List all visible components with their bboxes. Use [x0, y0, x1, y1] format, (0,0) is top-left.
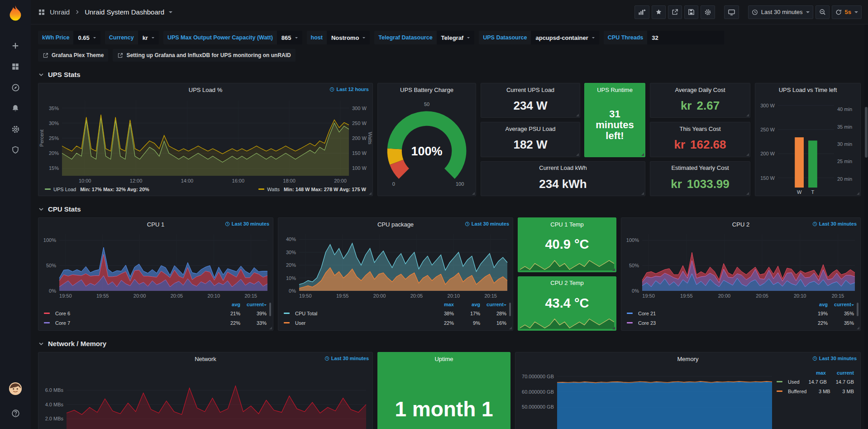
star-dashboard-button[interactable]	[652, 5, 666, 19]
ups-load-vs-time-chart[interactable]: 150 W200 W250 W300 W20 min25 min30 min35…	[755, 96, 860, 196]
svg-text:150 W: 150 W	[352, 150, 367, 156]
clock-icon	[465, 222, 470, 227]
section-ups-stats[interactable]: UPS Stats	[38, 71, 861, 78]
legend-sort-avg[interactable]: avg	[214, 302, 240, 307]
legend-sort-avg[interactable]: avg	[801, 302, 828, 307]
breadcrumb-app[interactable]: Unraid	[50, 8, 70, 16]
variable-value-dropdown[interactable]: 865	[277, 31, 302, 44]
legend-item-watts[interactable]: Watts Min: 148 W Max: 278 W Avg: 175 W	[258, 187, 366, 192]
dashboard-link-plex-theme[interactable]: Grafana Plex Theme	[38, 49, 108, 62]
panel-title[interactable]: CPU 2	[732, 221, 749, 228]
panel-title[interactable]: Estimated Yearly Cost	[671, 164, 729, 171]
time-range-override[interactable]: Last 30 minutes	[465, 221, 509, 227]
series-color-swatch	[44, 322, 50, 323]
cycle-view-mode-button[interactable]	[724, 5, 739, 19]
legend-sort-max[interactable]: max	[428, 302, 454, 307]
variable-value-dropdown[interactable]: 0.65	[73, 31, 100, 44]
panel-title[interactable]: UPS Load %	[189, 87, 222, 93]
panel-title[interactable]: Memory	[677, 356, 699, 362]
caret-down-icon	[592, 37, 595, 39]
variable-value-input[interactable]: 32	[647, 31, 724, 44]
sidebar-explore-button[interactable]	[5, 77, 26, 98]
legend-row-user[interactable]: User 22%9%16%	[284, 318, 506, 328]
legend-sort-current[interactable]: current	[826, 370, 854, 376]
sidebar-create-button[interactable]	[5, 35, 26, 56]
section-cpu-stats[interactable]: CPU Stats	[38, 205, 861, 213]
cpu2-chart[interactable]: 0%50%100%19:5019:5520:0020:0520:1020:15	[621, 231, 860, 300]
grafana-logo[interactable]	[6, 5, 24, 23]
svg-text:25%: 25%	[49, 135, 59, 141]
panel-title[interactable]: CPU 1	[147, 221, 164, 228]
legend-row-core21[interactable]: Core 21 19%35%	[627, 308, 854, 318]
panel-title[interactable]: Average PSU Load	[505, 125, 555, 132]
section-network-memory[interactable]: Network / Memory	[38, 340, 861, 347]
battery-gauge[interactable]: 050100100%	[378, 96, 476, 196]
svg-text:50%: 50%	[629, 263, 639, 268]
sidebar-dashboards-button[interactable]	[5, 56, 26, 77]
zoom-out-time-button[interactable]	[816, 5, 830, 19]
ups-load-chart[interactable]: 15%20%25%30%35%100 W150 W200 W250 W300 W…	[38, 96, 372, 185]
time-range-override[interactable]: Last 12 hours	[329, 87, 369, 92]
sidebar-server-admin-button[interactable]	[5, 140, 26, 160]
dashboard-settings-button[interactable]	[701, 5, 715, 19]
sidebar-alerting-button[interactable]	[5, 98, 26, 119]
panel-title[interactable]: UPS Load vs Time left	[779, 87, 837, 93]
cpu-package-chart[interactable]: 0%10%20%30%40%19:5019:5520:0020:0520:102…	[278, 231, 513, 300]
panel-title[interactable]: UPS Battery Charge	[400, 87, 453, 93]
save-dashboard-button[interactable]	[684, 5, 698, 19]
legend-sort-current[interactable]: current	[240, 302, 267, 307]
panel-title[interactable]: This Years Cost	[679, 125, 720, 132]
legend-row-cpu-total[interactable]: CPU Total 38%17%28%	[284, 308, 506, 318]
network-chart[interactable]: 2.0 MBs4.0 MBs6.0 MBs	[38, 365, 372, 429]
panel-title[interactable]: Current Load kWh	[539, 164, 587, 171]
legend-sort-max[interactable]: max	[798, 370, 826, 376]
legend-scrollbar[interactable]	[509, 303, 511, 316]
time-range-override[interactable]: Last 30 minutes	[812, 356, 857, 361]
help-button[interactable]	[5, 403, 26, 424]
variable-value-dropdown[interactable]: apcupsd-container	[531, 31, 599, 44]
series-color-swatch	[627, 322, 633, 323]
panel-title[interactable]: Average Daily Cost	[675, 87, 725, 93]
share-dashboard-button[interactable]	[668, 5, 682, 19]
panel-title[interactable]: CPU package	[377, 221, 414, 228]
legend-row-core7[interactable]: Core 7 22%33%	[44, 318, 267, 328]
legend-item-ups-load[interactable]: UPS Load Min: 17% Max: 32% Avg: 20%	[45, 187, 149, 192]
add-panel-button[interactable]	[634, 5, 649, 19]
legend-scrollbar[interactable]	[857, 303, 858, 316]
panel-title[interactable]: CPU 1 Temp	[550, 221, 583, 228]
panel-title[interactable]: CPU 2 Temp	[550, 280, 583, 286]
legend-row-core23[interactable]: Core 23 22%35%	[627, 318, 854, 328]
variable-value-dropdown[interactable]: Nostromo	[327, 31, 370, 44]
svg-text:200 W: 200 W	[352, 135, 367, 141]
user-avatar[interactable]	[5, 378, 26, 399]
panel-title[interactable]: UPS Runtime	[597, 87, 633, 93]
variable-value-dropdown[interactable]: Telegraf	[437, 31, 475, 44]
panel-title[interactable]: Network	[195, 356, 216, 362]
page-scrollbar[interactable]	[864, 24, 868, 429]
dashboard-link-ups-guide[interactable]: Setting up Grafana and InfluxDB for UPS …	[113, 49, 295, 62]
legend-sort-current[interactable]: current	[480, 302, 506, 307]
sidebar-configuration-button[interactable]	[5, 119, 26, 140]
refresh-button[interactable]: 5s	[832, 5, 862, 19]
legend-sort-current[interactable]: current	[828, 302, 854, 307]
legend-row-used[interactable]: Used 14.7 GB14.7 GB	[777, 377, 854, 386]
legend-row-buffered[interactable]: Buffered 3 MB3 MB	[777, 386, 854, 396]
apps-grid-icon[interactable]	[38, 9, 45, 16]
time-range-override[interactable]: Last 30 minutes	[225, 221, 269, 227]
caret-down-icon[interactable]	[169, 11, 172, 13]
caret-down-icon	[152, 37, 154, 39]
cpu1-chart[interactable]: 0%50%100%19:5019:5520:0020:0520:1020:15	[38, 231, 273, 300]
panel-title[interactable]: Current UPS Load	[506, 87, 554, 93]
legend-scrollbar[interactable]	[269, 303, 271, 316]
time-range-picker[interactable]: Last 30 minutes	[748, 5, 813, 19]
scrollbar-thumb[interactable]	[865, 107, 868, 158]
time-range-override[interactable]: Last 30 minutes	[812, 221, 857, 227]
time-range-override[interactable]: Last 30 minutes	[324, 356, 369, 361]
breadcrumb-dashboard-title[interactable]: Unraid System Dashboard	[85, 8, 164, 16]
svg-text:20:00: 20:00	[718, 293, 731, 299]
legend-row-core6[interactable]: Core 6 21%39%	[44, 308, 267, 318]
legend-sort-avg[interactable]: avg	[454, 302, 480, 307]
variable-value-dropdown[interactable]: kr	[138, 31, 159, 44]
panel-title[interactable]: Uptime	[434, 356, 453, 362]
memory-chart[interactable]: 50.000000 GB60.000000 GB70.000000 GB	[515, 365, 777, 429]
